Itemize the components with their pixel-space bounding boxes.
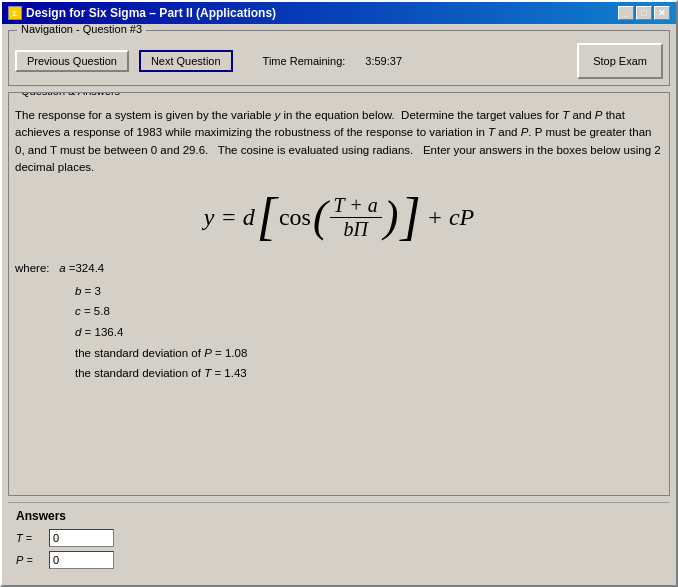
qa-content: The response for a system is given by th… (15, 107, 663, 489)
main-window: Σ Design for Six Sigma – Part II (Applic… (0, 0, 678, 587)
prev-question-button[interactable]: Previous Question (15, 50, 129, 72)
app-icon: Σ (8, 6, 22, 20)
title-bar: Σ Design for Six Sigma – Part II (Applic… (2, 2, 676, 24)
var-c: c = 5.8 (75, 301, 663, 322)
variables-section: where: a =324.4 b = 3 c = 5.8 d = 136.4 … (15, 258, 663, 384)
qa-legend: Question & Answers (17, 92, 124, 97)
p-input[interactable] (49, 551, 114, 569)
window-title: Design for Six Sigma – Part II (Applicat… (26, 6, 276, 20)
qa-group: Question & Answers The response for a sy… (8, 92, 670, 496)
window-body: Navigation - Question #3 Previous Questi… (2, 24, 676, 585)
formula-cp: cP (449, 204, 474, 231)
next-question-button[interactable]: Next Question (139, 50, 233, 72)
p-answer-row: P = (16, 551, 662, 569)
where-line: where: a =324.4 (15, 258, 663, 279)
question-text: The response for a system is given by th… (15, 107, 663, 176)
paren-left-icon: ( (313, 195, 328, 239)
t-answer-row: T = (16, 529, 662, 547)
var-b: b = 3 (75, 281, 663, 302)
time-remaining-value: 3:59:37 (365, 55, 402, 67)
var-d: d = 136.4 (75, 322, 663, 343)
formula-numerator: T + a (330, 194, 382, 218)
answers-title: Answers (16, 509, 662, 523)
formula-y: y (204, 204, 215, 231)
close-button[interactable]: ✕ (654, 6, 670, 20)
bracket-right-icon: ] (400, 191, 420, 243)
paren-right-icon: ) (384, 195, 399, 239)
t-input[interactable] (49, 529, 114, 547)
formula-fraction: T + a bΠ (330, 194, 382, 241)
stop-exam-button[interactable]: Stop Exam (577, 43, 663, 79)
bracket-left-icon: [ (257, 191, 277, 243)
navigation-group: Navigation - Question #3 Previous Questi… (8, 30, 670, 86)
formula-d: d (243, 204, 255, 231)
formula-denominator: bΠ (339, 218, 371, 241)
time-remaining-label: Time Remaining: (263, 55, 346, 67)
maximize-button[interactable]: □ (636, 6, 652, 20)
title-bar-controls: _ □ ✕ (618, 6, 670, 20)
var-std-t: the standard deviation of T = 1.43 (75, 363, 663, 384)
var-std-p: the standard deviation of P = 1.08 (75, 343, 663, 364)
t-label: T = (16, 532, 41, 544)
formula-display: y = d [ cos ( T + a bΠ ) ] + cP (15, 191, 663, 243)
formula-cos: cos (279, 204, 311, 231)
nav-row: Previous Question Next Question Time Rem… (15, 43, 663, 79)
answers-section: Answers T = P = (8, 502, 670, 579)
minimize-button[interactable]: _ (618, 6, 634, 20)
where-label: where: (15, 262, 50, 274)
p-label: P = (16, 554, 41, 566)
title-bar-title: Σ Design for Six Sigma – Part II (Applic… (8, 6, 276, 20)
nav-legend: Navigation - Question #3 (17, 24, 146, 35)
